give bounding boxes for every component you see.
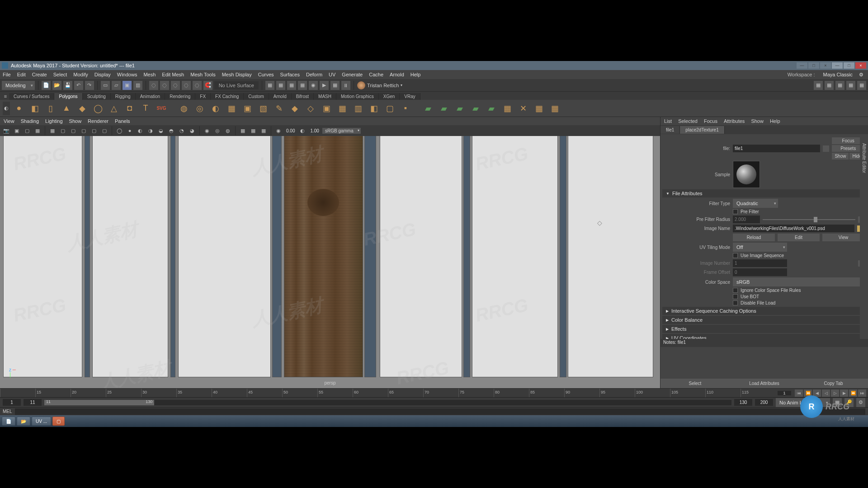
poly-pipe-icon[interactable]: ◘: [123, 102, 137, 115]
time-slider[interactable]: 15 20 25 30 35 40 45 50 55 60 65 70 75 8…: [0, 388, 868, 397]
magnet-icon[interactable]: 🧲: [203, 81, 212, 90]
ae-menu-focus[interactable]: Focus: [704, 118, 717, 124]
shelf-tab-motion[interactable]: Motion Graphics: [336, 93, 379, 100]
anim-layer-btn-icon[interactable]: ▦: [833, 398, 842, 407]
close-button-2[interactable]: ×: [820, 62, 831, 69]
pause-icon[interactable]: ⏸: [341, 81, 350, 90]
shelf-tab-mash[interactable]: MASH: [314, 93, 336, 100]
ae-menu-attributes[interactable]: Attributes: [724, 118, 745, 124]
vp-gamma-btn-icon[interactable]: ◐: [298, 126, 307, 135]
step-back-key-icon[interactable]: ⏪: [804, 389, 812, 397]
vp-xray-joint-icon[interactable]: ◍: [223, 126, 232, 135]
vp-xray-icon[interactable]: ◎: [213, 126, 222, 135]
shelf-tab-arnold[interactable]: Arnold: [269, 93, 292, 100]
vp-bookbark-icon[interactable]: ▣: [12, 126, 21, 135]
view-button[interactable]: View: [822, 234, 864, 241]
range-start-inner[interactable]: [24, 399, 42, 406]
new-scene-icon[interactable]: 📄: [42, 81, 51, 90]
shelf-tab-fx[interactable]: FX: [195, 93, 211, 100]
anim-layer-dropdown[interactable]: No Anim Layer: [776, 398, 830, 407]
shelf-tab-sculpting[interactable]: Sculpting: [83, 93, 111, 100]
ae-tab-file1[interactable]: file1: [660, 126, 680, 134]
play-back-icon[interactable]: ◁: [822, 389, 830, 397]
vp-view-transform-icon[interactable]: ▦: [259, 126, 268, 135]
undo-icon[interactable]: ↶: [74, 81, 83, 90]
subdiv-icon[interactable]: ▦: [335, 102, 349, 115]
uv-contour-icon[interactable]: ▰: [485, 102, 498, 115]
menu-select[interactable]: Select: [53, 72, 67, 77]
vp-wireframe-icon[interactable]: ◯: [115, 126, 124, 135]
pre-filter-radius-slider[interactable]: [763, 219, 855, 220]
workspace-name[interactable]: Maya Classic: [823, 72, 853, 77]
snap-live-icon[interactable]: ◌: [193, 81, 202, 90]
taskbar-item-2[interactable]: 📂: [17, 417, 30, 426]
close-button[interactable]: ×: [855, 62, 866, 69]
snap-plane-icon[interactable]: ◌: [182, 81, 191, 90]
show-button[interactable]: Show: [832, 153, 849, 160]
menu-generate[interactable]: Generate: [342, 72, 363, 77]
step-forward-key-icon[interactable]: ⏩: [849, 389, 857, 397]
vp-gamma-icon[interactable]: ▦: [249, 126, 258, 135]
range-end-inner[interactable]: [734, 399, 752, 406]
poly-sphere-icon[interactable]: ●: [12, 102, 26, 115]
menu-file[interactable]: File: [3, 72, 11, 77]
paint-select-icon[interactable]: ▣: [123, 81, 132, 90]
snap-curve-icon[interactable]: ◌: [160, 81, 169, 90]
snap-point-icon[interactable]: ◌: [171, 81, 180, 90]
target-weld-icon[interactable]: ◆: [288, 102, 302, 115]
uv-sphere-icon[interactable]: ▰: [453, 102, 467, 115]
menu-surfaces[interactable]: Surfaces: [280, 72, 300, 77]
ae-side-tab-attribute-editor[interactable]: Attribute Editor: [862, 143, 867, 173]
poly-cylinder-icon[interactable]: ▯: [44, 102, 57, 115]
combine-icon[interactable]: ◍: [177, 102, 191, 115]
poly-torus-icon[interactable]: ◯: [91, 102, 105, 115]
vp-shadow-icon[interactable]: ◒: [156, 126, 165, 135]
uv-unfold-icon[interactable]: ▦: [532, 102, 546, 115]
construct-history-icon[interactable]: ▦: [265, 81, 274, 90]
snap-grid-icon[interactable]: ◌: [149, 81, 158, 90]
render-icon[interactable]: ◉: [309, 81, 318, 90]
gear-icon[interactable]: ⚙: [859, 72, 865, 78]
boolean-icon[interactable]: ◐: [209, 102, 222, 115]
section-file-attributes[interactable]: ▼File Attributes: [662, 189, 864, 197]
panel-layout-icon-5[interactable]: ▦: [857, 81, 866, 90]
vp-menu-shading[interactable]: Shading: [21, 118, 39, 124]
shelf-tab-xgen[interactable]: XGen: [379, 93, 400, 100]
notes-area[interactable]: [660, 347, 868, 379]
script-lang[interactable]: MEL: [3, 409, 12, 414]
ipr-icon[interactable]: ▶: [320, 81, 329, 90]
menu-mesh[interactable]: Mesh: [143, 72, 156, 77]
vp-gate-mask-icon[interactable]: ▢: [79, 126, 88, 135]
vp-camera-icon[interactable]: 📷: [2, 126, 11, 135]
image-name-field[interactable]: [733, 225, 854, 232]
shelf-tab-vray[interactable]: VRay: [400, 93, 420, 100]
uv-layout-icon[interactable]: ✕: [516, 102, 530, 115]
uv-tiling-dropdown[interactable]: Off: [733, 243, 787, 252]
shelf-tab-polygons[interactable]: Polygons: [54, 93, 82, 100]
section-interactive-caching[interactable]: ▶Interactive Sequence Caching Options: [662, 307, 864, 315]
vp-motion-blur-icon[interactable]: ◔: [177, 126, 186, 135]
vp-grid-icon[interactable]: ▦: [48, 126, 57, 135]
open-scene-icon[interactable]: 📂: [52, 81, 61, 90]
ae-menu-show[interactable]: Show: [751, 118, 764, 124]
go-end-icon[interactable]: ⏭: [858, 389, 866, 397]
ch-icon-4[interactable]: ▦: [298, 81, 307, 90]
shelf-tab-bifrost[interactable]: Bifrost: [292, 93, 314, 100]
menu-arnold[interactable]: Arnold: [390, 72, 404, 77]
copy-tab-button[interactable]: Copy Tab: [799, 379, 868, 388]
maximize-button[interactable]: □: [844, 62, 854, 69]
menu-edit[interactable]: Edit: [17, 72, 26, 77]
vp-view-transform-dropdown[interactable]: sRGB gamma: [322, 128, 361, 134]
vp-res-gate-icon[interactable]: ▢: [69, 126, 78, 135]
range-start-outer[interactable]: [3, 399, 21, 406]
extrude-icon[interactable]: ▦: [225, 102, 238, 115]
uv-cyl-icon[interactable]: ▰: [437, 102, 451, 115]
ae-menu-selected[interactable]: Selected: [678, 118, 698, 124]
bridge-icon[interactable]: ▣: [241, 102, 254, 115]
shelf-editor-icon[interactable]: ◐: [3, 102, 10, 115]
uv-cut-icon[interactable]: ▦: [548, 102, 561, 115]
taskbar-item-1[interactable]: 📄: [2, 417, 15, 426]
use-image-seq-checkbox[interactable]: [733, 253, 738, 258]
uv-planar-icon[interactable]: ▰: [421, 102, 435, 115]
taskbar-item-active[interactable]: ▢: [52, 417, 65, 426]
